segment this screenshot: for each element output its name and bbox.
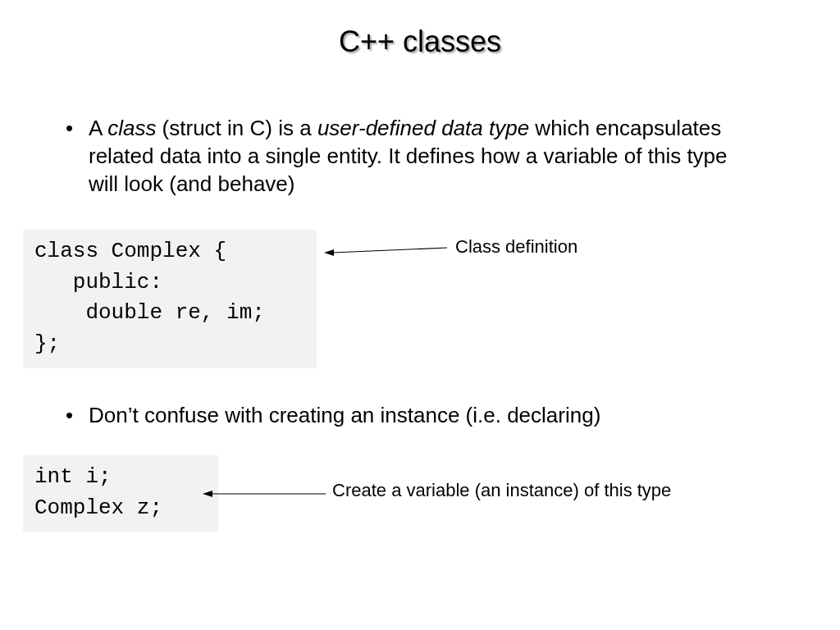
code-block-instance: int i; Complex z; [23,455,218,532]
svg-line-0 [332,248,447,253]
bullet-item-2: • Don’t confuse with creating an instanc… [89,402,761,430]
slide: C++ classes • A class (struct in C) is a… [0,0,840,630]
bullet1-text-pre: A [89,116,107,140]
bullet1-text-mid1: (struct in C) is a [156,116,317,140]
svg-marker-1 [324,249,334,256]
slide-title: C++ classes [0,25,840,59]
bullet1-italic-class: class [107,116,156,140]
annotation-create-instance: Create a variable (an instance) of this … [332,480,671,501]
code-block-class-def: class Complex { public: double re, im; }… [23,230,317,368]
bullet-marker: • [66,115,73,143]
arrow-icon [324,244,447,258]
arrow-icon [203,487,326,500]
svg-marker-3 [203,491,212,497]
bullet1-italic-udt: user-defined data type [317,116,529,140]
bullet-item-1: • A class (struct in C) is a user-define… [89,115,761,198]
annotation-class-definition: Class definition [455,236,578,258]
bullet-marker: • [66,402,73,430]
bullet2-text: Don’t confuse with creating an instance … [89,403,600,427]
